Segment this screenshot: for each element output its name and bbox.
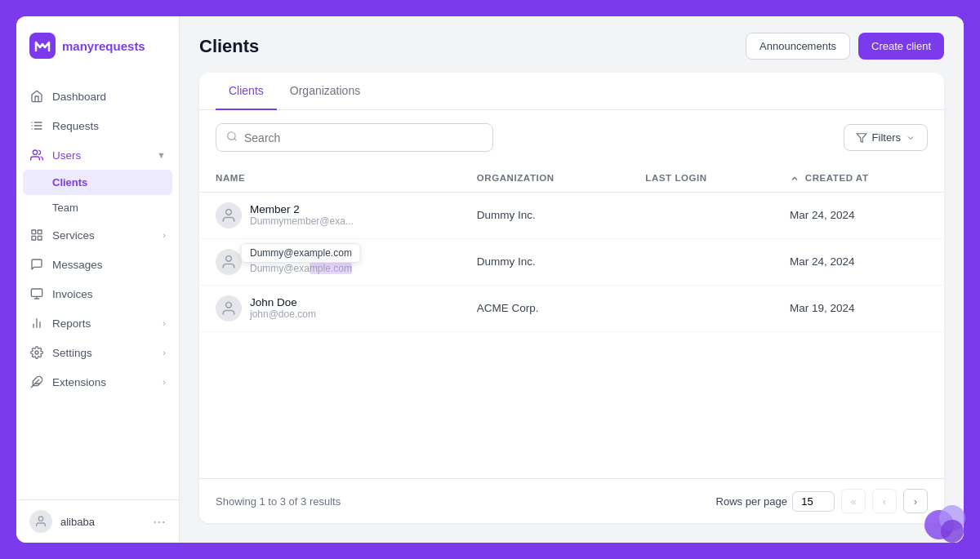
first-page-button[interactable]: «	[841, 489, 866, 513]
sidebar-item-services[interactable]: Services ›	[16, 220, 179, 250]
name-cell: Dummy Dummy@example.com Dummy@example.co…	[216, 249, 444, 275]
grid-icon	[29, 228, 44, 242]
sidebar-item-label: Invoices	[52, 288, 93, 300]
sort-asc-icon	[790, 174, 800, 184]
sidebar-item-label: Settings	[52, 347, 92, 359]
col-header-last-login: LAST LOGIN	[629, 165, 773, 192]
svg-point-20	[228, 132, 235, 140]
search-input[interactable]	[244, 131, 483, 144]
sidebar-item-label: Extensions	[52, 376, 106, 388]
svg-rect-12	[31, 289, 42, 296]
svg-point-7	[33, 150, 37, 154]
sidebar-item-clients[interactable]: Clients	[23, 170, 172, 195]
created-at-cell: Mar 24, 2024	[773, 238, 944, 285]
svg-rect-9	[38, 230, 42, 234]
svg-point-28	[941, 520, 964, 543]
sidebar-item-reports[interactable]: Reports ›	[16, 308, 179, 338]
decorative-logo	[921, 500, 970, 549]
search-icon	[226, 131, 238, 144]
avatar	[216, 202, 242, 228]
col-header-created-at[interactable]: CREATED AT	[773, 165, 944, 192]
col-header-name: NAME	[199, 165, 461, 192]
top-bar: Clients Announcements Create client	[180, 16, 964, 73]
sidebar-item-settings[interactable]: Settings ›	[16, 338, 179, 367]
svg-line-21	[234, 139, 237, 141]
top-bar-actions: Announcements Create client	[746, 33, 944, 60]
filters-button[interactable]: Filters	[844, 124, 928, 151]
settings-icon	[29, 345, 44, 360]
main-content: Clients Announcements Create client Clie…	[180, 16, 964, 543]
card-tabs: Clients Organizations	[199, 73, 944, 110]
invoice-icon	[29, 286, 44, 301]
sidebar-item-team[interactable]: Team	[16, 195, 179, 220]
sidebar-item-messages[interactable]: Messages	[16, 250, 179, 279]
svg-point-24	[226, 255, 232, 261]
chevron-down-icon	[906, 133, 915, 143]
sidebar-nav: Dashboard Requests Users ▼ Clients	[16, 75, 179, 499]
svg-point-19	[38, 517, 42, 521]
clients-table: NAME ORGANIZATION LAST LOGIN	[199, 165, 944, 478]
table-row[interactable]: Member 2 Dummymember@exa... Dummy Inc. M…	[199, 192, 944, 238]
user-avatar	[29, 510, 52, 533]
list-icon	[29, 118, 44, 133]
sidebar-item-requests[interactable]: Requests	[16, 111, 179, 140]
search-box[interactable]	[216, 123, 493, 152]
svg-rect-11	[38, 236, 42, 240]
logo-text: manyrequests	[62, 39, 145, 53]
sidebar-subitem-label: Clients	[52, 176, 87, 189]
page-title: Clients	[199, 36, 259, 57]
rows-per-page: Rows per page	[716, 491, 835, 512]
last-login-cell	[629, 238, 773, 285]
organization-cell: Dummy Inc.	[461, 238, 629, 285]
main-card: Clients Organizations Filters	[199, 73, 944, 523]
tab-clients[interactable]: Clients	[216, 73, 277, 110]
name-info: John Doe john@doe.com	[250, 296, 316, 320]
logo[interactable]: manyrequests	[16, 16, 179, 75]
name-cell: John Doe john@doe.com	[216, 295, 444, 322]
created-at-cell: Mar 19, 2024	[773, 285, 944, 331]
avatar	[216, 295, 242, 322]
last-login-cell	[629, 285, 773, 331]
sidebar-item-users[interactable]: Users ▼	[16, 140, 179, 170]
card-toolbar: Filters	[199, 110, 944, 165]
sidebar-item-invoices[interactable]: Invoices	[16, 279, 179, 308]
svg-point-25	[226, 302, 232, 308]
page-controls: Rows per page « ‹ ›	[716, 489, 928, 513]
rows-per-page-input[interactable]	[792, 491, 835, 512]
pagination-bar: Showing 1 to 3 of 3 results Rows per pag…	[199, 478, 944, 523]
chart-icon	[29, 316, 44, 331]
chevron-right-icon: ›	[163, 230, 166, 240]
sidebar-item-extensions[interactable]: Extensions ›	[16, 367, 179, 397]
last-login-cell	[629, 192, 773, 238]
create-client-button[interactable]: Create client	[858, 33, 944, 60]
users-icon	[29, 148, 44, 162]
table-row[interactable]: Dummy Dummy@example.com Dummy@example.co…	[199, 238, 944, 285]
table-row[interactable]: John Doe john@doe.com ACME Corp. Mar 19,…	[199, 285, 944, 331]
sidebar: manyrequests Dashboard Requests	[16, 16, 180, 543]
prev-page-button[interactable]: ‹	[872, 489, 897, 513]
name-info: Member 2 Dummymember@exa...	[250, 203, 354, 227]
sidebar-subitem-label: Team	[52, 202, 78, 214]
svg-rect-8	[32, 230, 36, 234]
home-icon	[29, 89, 44, 104]
sidebar-item-label: Users	[52, 149, 81, 162]
more-options-icon[interactable]: ⋯	[153, 514, 166, 530]
filter-icon	[856, 132, 867, 144]
sidebar-item-label: Requests	[52, 120, 99, 132]
sidebar-user[interactable]: alibaba ⋯	[16, 499, 179, 543]
avatar	[216, 249, 242, 275]
chevron-right-icon: ›	[163, 348, 166, 357]
extension-icon	[29, 375, 44, 389]
svg-point-16	[35, 351, 38, 354]
tab-organizations[interactable]: Organizations	[277, 73, 373, 110]
created-at-cell: Mar 24, 2024	[773, 192, 944, 238]
organization-cell: Dummy Inc.	[461, 192, 629, 238]
chevron-right-icon: ›	[163, 318, 166, 328]
chevron-down-icon: ▼	[157, 150, 166, 160]
username: alibaba	[60, 516, 145, 528]
announcements-button[interactable]: Announcements	[746, 33, 850, 60]
sidebar-item-dashboard[interactable]: Dashboard	[16, 82, 179, 111]
col-header-organization: ORGANIZATION	[461, 165, 629, 192]
sidebar-item-label: Dashboard	[52, 91, 106, 103]
name-cell: Member 2 Dummymember@exa...	[216, 202, 444, 228]
